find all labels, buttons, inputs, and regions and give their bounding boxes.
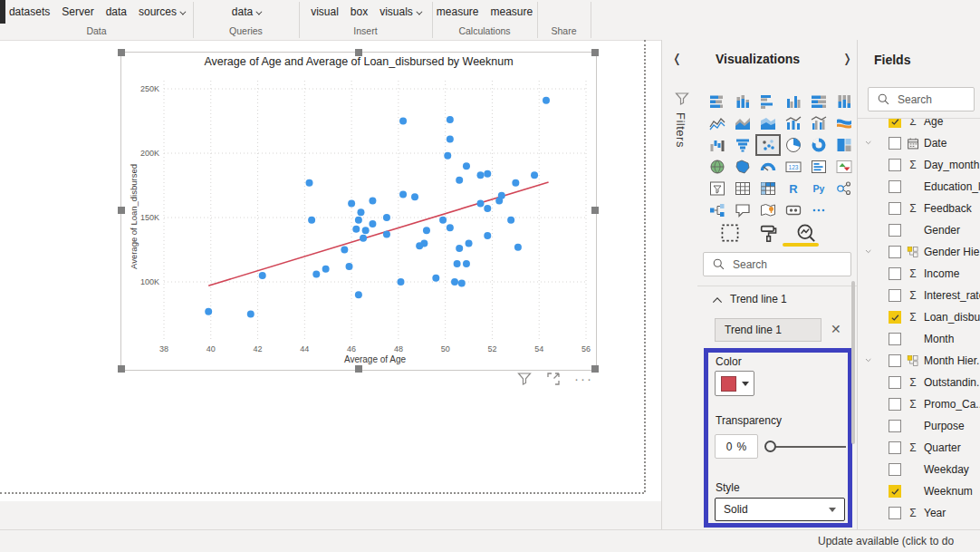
more-options-button[interactable]: ··· (574, 374, 593, 383)
unchecked-checkbox[interactable] (889, 354, 901, 367)
unchecked-checkbox[interactable] (889, 398, 901, 411)
python-visual-icon[interactable]: Py (806, 178, 831, 199)
format-tab[interactable] (755, 221, 781, 245)
visualizations-search-input[interactable]: Search (703, 252, 851, 276)
unchecked-checkbox[interactable] (889, 159, 901, 171)
transparency-input[interactable]: 0 % (715, 434, 758, 459)
stacked-area-chart-icon[interactable] (755, 112, 781, 134)
collapse-visualizations-arrow[interactable]: ❭ (842, 52, 852, 65)
donut-chart-icon[interactable] (806, 134, 831, 156)
expand-chevron-icon[interactable] (864, 247, 875, 257)
unchecked-checkbox[interactable] (889, 267, 901, 280)
decomposition-tree-icon[interactable] (705, 199, 730, 221)
power-automate-icon[interactable] (781, 199, 806, 221)
table-icon[interactable] (730, 178, 755, 199)
field-row-month[interactable]: Month (858, 328, 980, 350)
kpi-icon[interactable] (831, 156, 857, 178)
pie-chart-icon[interactable] (781, 134, 806, 156)
ribbon-button-visual[interactable]: visual (311, 5, 339, 18)
field-row-promo-ca[interactable]: ΣPromo_Ca... (858, 393, 980, 415)
field-row-day-month[interactable]: ΣDay_month (858, 154, 980, 176)
checked-checkbox[interactable] (889, 119, 901, 128)
multi-row-card-icon[interactable] (806, 156, 831, 178)
field-row-weekday[interactable]: Weekday (858, 459, 980, 480)
selection-handle[interactable] (118, 207, 125, 214)
field-row-loan-disbu[interactable]: ΣLoan_disbu. (858, 306, 980, 328)
line-and-stacked-column-chart-icon[interactable] (781, 112, 806, 134)
selection-handle[interactable] (591, 207, 599, 214)
unchecked-checkbox[interactable] (889, 180, 901, 193)
ribbon-button-data[interactable]: data (232, 5, 260, 18)
focus-mode-icon[interactable] (545, 371, 562, 387)
slicer-icon[interactable] (705, 178, 730, 199)
line-and-clustered-column-chart-icon[interactable] (806, 112, 831, 134)
matrix-icon[interactable] (755, 178, 781, 199)
ribbon-button-measure[interactable]: measure (491, 5, 533, 18)
remove-trend-line-button[interactable]: ✕ (831, 322, 841, 336)
qna-icon[interactable] (730, 199, 755, 221)
area-chart-icon[interactable] (730, 112, 755, 134)
unchecked-checkbox[interactable] (889, 137, 901, 150)
trend-line-color-dropdown[interactable] (715, 371, 754, 396)
field-row-feedback[interactable]: ΣFeedback (858, 198, 980, 219)
clustered-bar-chart-icon[interactable] (755, 91, 781, 112)
field-row-education-l[interactable]: Education_l. (858, 176, 980, 198)
card-icon[interactable]: 123 (781, 156, 806, 178)
100-stacked-bar-chart-icon[interactable] (806, 91, 831, 112)
100-stacked-column-chart-icon[interactable] (831, 91, 857, 112)
analytics-tab[interactable] (793, 221, 819, 245)
unchecked-checkbox[interactable] (889, 289, 901, 302)
expand-chevron-icon[interactable] (864, 355, 875, 366)
stacked-column-chart-icon[interactable] (730, 91, 755, 112)
filters-pane-label[interactable]: Filters (674, 112, 687, 148)
ribbon-button-visuals[interactable]: visuals (380, 5, 420, 18)
field-row-year[interactable]: ΣYear (858, 502, 980, 524)
pane-scrollbar[interactable] (851, 281, 855, 444)
ribbon-button-Server[interactable]: Server (62, 5, 93, 18)
field-row-weeknum[interactable]: Weeknum (858, 480, 980, 502)
map-icon[interactable] (705, 156, 730, 178)
key-influencers-icon[interactable] (831, 178, 857, 199)
unchecked-checkbox[interactable] (889, 224, 901, 237)
gauge-icon[interactable] (755, 156, 781, 178)
expand-filters-arrow[interactable]: ❬ (672, 52, 682, 65)
ribbon-button-measure[interactable]: measure (437, 5, 479, 18)
trend-line-card[interactable]: Trend line 1 (715, 318, 821, 342)
r-script-icon[interactable]: R (781, 178, 806, 199)
field-row-quarter[interactable]: ΣQuarter (858, 437, 980, 459)
scatter-chart-visual[interactable]: Average of Age and Average of Loan_disbu… (120, 52, 597, 371)
stacked-bar-chart-icon[interactable] (705, 91, 730, 112)
unchecked-checkbox[interactable] (889, 463, 901, 476)
trend-line-section-label[interactable]: Trend line (730, 293, 778, 305)
field-row-income[interactable]: ΣIncome (858, 263, 980, 285)
selection-handle[interactable] (355, 365, 362, 373)
fields-tab[interactable] (717, 221, 743, 245)
unchecked-checkbox[interactable] (889, 202, 901, 215)
funnel-chart-icon[interactable] (730, 134, 755, 156)
style-select[interactable]: Solid (715, 498, 845, 521)
field-row-purpose[interactable]: Purpose (858, 415, 980, 437)
field-row-age[interactable]: ΣAge (858, 119, 980, 132)
unchecked-checkbox[interactable] (889, 333, 901, 345)
arcgis-map-icon[interactable] (755, 199, 781, 221)
field-row-interest-rate[interactable]: ΣInterest_rate (858, 285, 980, 306)
field-row-month-hier[interactable]: Month Hier. (858, 350, 980, 372)
visual-filter-icon[interactable] (516, 371, 533, 387)
selection-handle[interactable] (118, 49, 125, 56)
unchecked-checkbox[interactable] (889, 441, 901, 454)
field-row-gender[interactable]: Gender (858, 219, 980, 241)
waterfall-chart-icon[interactable] (705, 134, 730, 156)
expand-chevron-icon[interactable] (864, 138, 875, 149)
treemap-icon[interactable] (831, 134, 857, 156)
clustered-column-chart-icon[interactable] (781, 91, 806, 112)
selection-handle[interactable] (591, 49, 599, 56)
transparency-slider-track[interactable] (772, 446, 846, 448)
unchecked-checkbox[interactable] (889, 507, 901, 519)
ribbon-button-sources[interactable]: sources (139, 5, 184, 18)
unchecked-checkbox[interactable] (889, 246, 901, 258)
unchecked-checkbox[interactable] (889, 420, 901, 432)
more-options-icon[interactable] (806, 199, 831, 221)
checked-checkbox[interactable] (889, 485, 901, 498)
field-row-date[interactable]: Date (858, 132, 980, 154)
ribbon-button-data[interactable]: data (106, 5, 127, 18)
